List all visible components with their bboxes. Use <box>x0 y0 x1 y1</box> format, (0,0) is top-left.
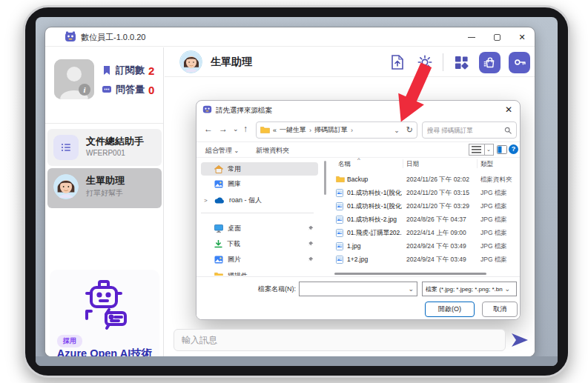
chat-avatar <box>179 50 202 73</box>
file-date: 2024/11/20 下午 03:29 <box>406 202 478 211</box>
file-type: JPG 檔案 <box>480 242 520 251</box>
address-dropdown-icon[interactable]: ⌄ <box>394 127 400 134</box>
image-file-icon <box>336 242 343 250</box>
filename-input[interactable] <box>300 285 408 293</box>
nav-item-desktop[interactable]: 桌面 <box>201 222 318 235</box>
gear-icon <box>417 54 433 70</box>
store-button[interactable] <box>479 52 501 73</box>
sort-asc-icon: ^ <box>357 158 360 163</box>
file-row[interactable]: 1.jpg 2024/9/24 下午 03:49 JPG 檔案 <box>332 241 520 253</box>
help-button[interactable]: ? <box>509 144 518 154</box>
nav-label: 圖庫 <box>228 179 241 189</box>
search-input[interactable] <box>427 127 504 134</box>
pin-icon <box>308 241 314 247</box>
file-type: 檔案資料夾 <box>480 176 520 184</box>
apps-grid-icon <box>455 56 469 70</box>
filetype-select[interactable]: 檔案 (*.jpg; *.jpeg; *.png; *.bn ⌄ <box>422 282 517 296</box>
cancel-button[interactable]: 取消 <box>482 302 518 317</box>
file-row[interactable]: Backup 2024/11/26 下午 02:02 檔案資料夾 <box>332 174 520 186</box>
preview-pane-button[interactable] <box>497 145 507 154</box>
robot-icon <box>76 277 133 333</box>
address-bar[interactable]: « 一鍵生單 › 掃碼購訂單 › ⌄ ↻ <box>256 121 417 139</box>
column-header-name[interactable]: 名稱 <box>338 160 351 169</box>
close-button[interactable]: ✕ <box>509 27 535 47</box>
new-folder-button[interactable]: 新增資料夾 <box>256 146 289 156</box>
nav-item-folder-clipped[interactable]: 掃描件 <box>201 269 318 276</box>
nav-label: 常用 <box>228 164 241 174</box>
breadcrumb-separator: › <box>309 127 311 134</box>
open-button[interactable]: 開啟(O) <box>425 302 475 317</box>
toolbar-divider <box>443 53 443 71</box>
settings-button[interactable] <box>415 53 435 72</box>
column-separator[interactable] <box>403 159 403 168</box>
minimize-icon <box>468 37 475 38</box>
filename-combobox[interactable]: ⌄ <box>299 282 417 296</box>
nav-scrollbar[interactable] <box>324 161 326 195</box>
photo-background: 數位員工-1.0.0.20 ✕ i 訂閱數 <box>0 0 588 383</box>
file-type: JPG 檔案 <box>480 189 520 198</box>
maximize-button[interactable] <box>484 27 509 47</box>
search-icon <box>504 127 512 134</box>
dialog-body: 常用 圖庫 > roan - 個人 <box>196 158 520 276</box>
folder-icon <box>214 272 223 276</box>
column-separator[interactable] <box>477 159 478 168</box>
refresh-icon[interactable]: ↻ <box>406 125 413 135</box>
sidebar-item-subtitle: WFERP001 <box>86 149 125 157</box>
upload-file-icon <box>390 54 405 70</box>
apps-grid-button[interactable] <box>452 53 471 72</box>
file-name: 01.成功科技-1(脫化... <box>347 189 402 198</box>
nav-item-downloads[interactable]: 下載 <box>201 237 318 250</box>
folder-icon <box>336 176 345 183</box>
chevron-down-icon: ⌄ <box>504 285 513 293</box>
chat-header: 生單助理 <box>165 47 535 77</box>
view-mode-button[interactable]: ⌄ <box>469 144 494 156</box>
file-row[interactable]: 01.成功科技-2.jpg 2024/8/26 下午 04:37 JPG 檔案 <box>332 214 520 226</box>
breadcrumb-segment[interactable]: 一鍵生單 <box>280 125 306 135</box>
file-row[interactable]: 01.成功科技-1(脫化... 2024/11/20 下午 03:15 JPG … <box>332 187 520 199</box>
file-row[interactable]: 01.飛虎-訂購單202... 2022/4/14 上午 09:00 JPG 檔… <box>332 227 520 239</box>
desktop-icon <box>214 224 223 233</box>
forward-button[interactable]: → <box>219 124 228 134</box>
nav-label: 下載 <box>227 239 240 249</box>
horizontal-scrollbar[interactable] <box>334 273 486 275</box>
nav-item-pictures[interactable]: 圖片 <box>201 253 318 266</box>
avatar-placeholder[interactable]: i <box>54 59 94 99</box>
chevron-down-icon: ⌄ <box>234 147 240 154</box>
search-box[interactable] <box>422 121 517 139</box>
dialog-commandbar: 組合管理 ⌄ 新增資料夾 ⌄ ? <box>196 142 520 158</box>
recent-locations-button[interactable]: ⌄ <box>233 125 239 133</box>
nav-label: 桌面 <box>228 224 241 233</box>
send-icon <box>511 333 529 347</box>
sidebar-item-order-assistant[interactable]: 生單助理 打單好幫手 <box>47 168 162 208</box>
key-button[interactable] <box>509 52 530 73</box>
upload-file-button[interactable] <box>388 53 407 72</box>
file-date: 2024/11/20 下午 03:15 <box>406 189 478 198</box>
chat-message-input[interactable] <box>174 329 506 351</box>
nav-item-gallery[interactable]: 圖庫 <box>201 177 318 190</box>
file-row[interactable]: 1+2.jpg 2024/9/24 下午 03:49 JPG 檔案 <box>332 254 520 266</box>
up-button[interactable]: ↑ <box>243 124 248 134</box>
file-type: JPG 檔案 <box>480 229 520 238</box>
adopt-badge: 採用 <box>57 335 82 347</box>
nav-item-home[interactable]: 常用 <box>201 162 318 176</box>
column-header-type[interactable]: 類型 <box>480 160 493 169</box>
minimize-button[interactable] <box>459 27 484 47</box>
maximize-icon <box>494 34 501 41</box>
back-button[interactable]: ← <box>204 124 213 134</box>
dialog-close-button[interactable]: ✕ <box>505 104 512 115</box>
send-button[interactable] <box>510 330 529 350</box>
tablet-frame: 數位員工-1.0.0.20 ✕ i 訂閱數 <box>23 5 570 378</box>
image-file-icon <box>336 216 343 224</box>
chat-input-bar <box>165 324 535 356</box>
subscriptions-value: 2 <box>148 64 154 77</box>
nav-item-onedrive[interactable]: > roan - 個人 <box>201 193 318 207</box>
organize-menu[interactable]: 組合管理 ⌄ <box>205 146 239 156</box>
nav-divider <box>201 213 314 213</box>
file-row[interactable]: 01.成功科技-1(脫化... 2024/11/20 下午 03:29 JPG … <box>332 201 520 213</box>
chat-title: 生單助理 <box>211 56 252 69</box>
answers-stat: 問答量 0 <box>102 80 154 99</box>
column-header-date[interactable]: 日期 <box>406 160 419 169</box>
breadcrumb-segment[interactable]: 掃碼購訂單 <box>314 125 348 135</box>
sidebar-item-doc-summary[interactable]: 文件總結助手 WFERP001 <box>47 129 162 166</box>
expander-icon[interactable]: > <box>204 197 208 204</box>
